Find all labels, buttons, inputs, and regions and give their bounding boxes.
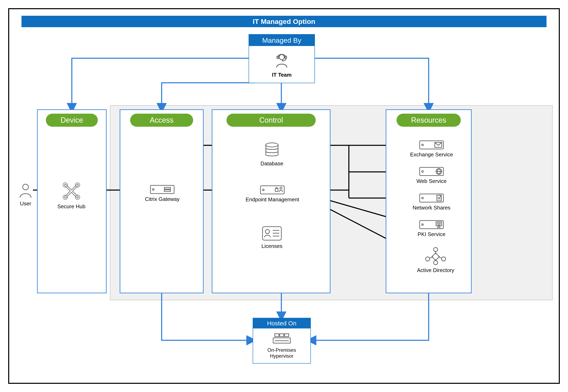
svg-point-29 [280,187,282,189]
svg-rect-23 [164,187,170,189]
svg-point-48 [422,224,423,225]
exchange-service-node: Exchange Service [415,140,448,158]
secure-hub-icon [61,181,82,202]
hosted-on-header-text: Hosted On [267,320,296,327]
managed-by-body: IT Team [249,46,314,83]
lane-resources-label: Resources [411,116,446,125]
active-directory-node: Active Directory [415,247,456,273]
svg-point-12 [279,55,284,60]
managed-by-header: Managed By [249,35,314,46]
svg-rect-13 [277,56,279,59]
lane-device-label: Device [60,116,83,125]
web-label: Web Service [417,178,447,184]
cert-server-icon [419,220,444,230]
svg-rect-24 [164,190,170,192]
title-text: IT Managed Option [253,18,315,26]
endpoint-label: Endpoint Management [246,196,299,203]
svg-rect-63 [280,334,284,336]
secure-hub-node: Secure Hub [57,181,86,210]
svg-point-25 [266,143,278,147]
hypervisor-icon [271,333,292,346]
svg-point-54 [426,257,430,261]
hosted-on-body: On-Premises Hypervisor [253,328,310,363]
svg-point-15 [282,60,283,61]
file-server-icon [419,194,444,203]
svg-point-16 [23,184,29,190]
server-icon [150,185,175,195]
svg-point-52 [438,225,440,227]
svg-point-56 [433,261,438,265]
database-node: Database [260,142,284,167]
gateway-label: Citrix Gateway [145,196,179,202]
database-icon [264,142,280,159]
hosted-on-hypervisor-label: On-Premises Hypervisor [261,347,302,359]
svg-rect-57 [432,253,439,261]
user-node: User [17,183,34,207]
svg-rect-64 [284,334,289,336]
managed-by-header-text: Managed By [262,36,301,44]
lane-control-pill: Control [226,114,316,127]
lane-access-pill: Access [130,114,193,127]
web-server-icon [419,167,444,177]
hosted-on-header: Hosted On [253,318,310,328]
title-bar: IT Managed Option [21,16,547,27]
network-label: Network Shares [413,205,450,211]
user-icon [18,183,33,199]
svg-point-27 [263,189,264,191]
hosted-on-box: Hosted On On-Premises Hypervisor [253,318,311,364]
pki-label: PKI Service [418,231,446,238]
svg-point-31 [265,229,269,234]
svg-point-36 [422,144,423,146]
id-card-icon [262,226,282,242]
active-directory-icon [424,247,447,266]
managed-by-label: IT Team [272,72,292,78]
web-service-node: Web Service [415,167,448,184]
lane-device-pill: Device [46,114,98,127]
mail-server-icon [419,140,444,150]
lane-resources-pill: Resources [397,114,461,127]
architecture-diagram-frame: IT Managed Option [8,8,560,384]
network-shares-node: Network Shares [415,194,448,211]
lane-access-label: Access [150,116,174,125]
hosted-on-hypervisor-text: On-Premises Hypervisor [261,347,302,359]
svg-point-53 [433,248,438,252]
svg-point-55 [442,257,446,261]
svg-rect-28 [275,189,278,192]
licenses-label: Licenses [261,243,283,249]
headset-user-icon [272,51,291,70]
svg-rect-62 [275,334,279,336]
user-label: User [20,200,31,207]
ad-label: Active Directory [417,267,454,273]
svg-point-39 [422,171,423,172]
svg-point-43 [422,197,423,199]
endpoint-management-node: Endpoint Management [244,185,301,203]
svg-point-22 [152,189,154,190]
managed-by-box: Managed By IT Team [249,34,315,83]
lane-control-label: Control [259,116,283,125]
svg-rect-14 [285,56,286,59]
svg-rect-44 [437,195,441,201]
citrix-gateway-node: Citrix Gateway [142,185,183,202]
pki-service-node: PKI Service [415,220,448,238]
database-label: Database [260,160,283,167]
licenses-node: Licenses [260,226,284,249]
exchange-label: Exchange Service [410,152,453,158]
secure-hub-label: Secure Hub [57,203,85,210]
server-icon [260,185,284,195]
